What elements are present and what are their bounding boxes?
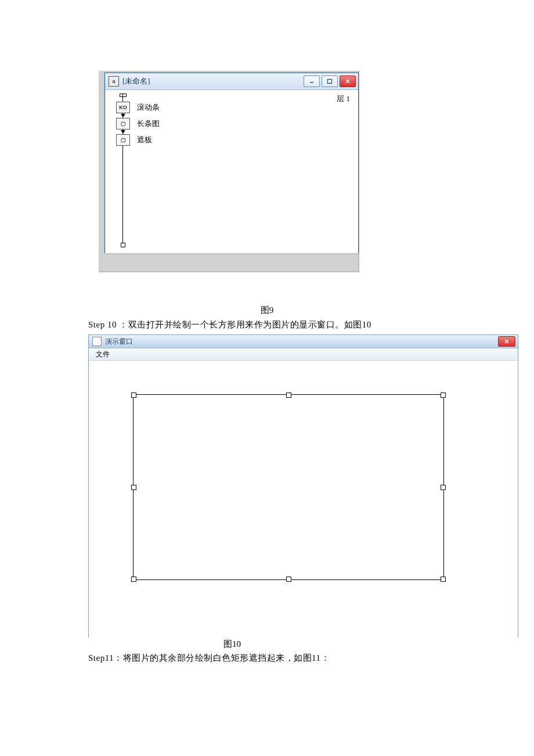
- menu-file[interactable]: 文件: [92, 348, 113, 361]
- menu-bar: 文件: [89, 348, 518, 361]
- selection-rectangle[interactable]: [133, 394, 444, 580]
- authorware-window: a [未命名] 层 1: [104, 73, 359, 253]
- resize-handle-mr[interactable]: [441, 485, 446, 490]
- flow-node-label: 长条图: [137, 118, 160, 129]
- flow-node-label: 遮板: [137, 135, 152, 145]
- layer-label: 层 1: [337, 93, 350, 104]
- flow-node-mask[interactable]: ▢ 遮板: [116, 134, 152, 146]
- display-icon: ▢: [116, 118, 130, 129]
- flow-node-scrollbar[interactable]: KO 滚动条: [116, 102, 160, 113]
- flowline: KO 滚动条 ▢ 长条图 ▢ 遮板: [122, 93, 215, 247]
- figure10-caption: 图10: [0, 639, 499, 650]
- resize-handle-ml[interactable]: [131, 485, 136, 490]
- close-button[interactable]: [340, 75, 356, 87]
- window-buttons: [498, 336, 515, 347]
- window-buttons: [304, 75, 356, 87]
- window-titlebar[interactable]: 演示窗口: [89, 335, 518, 348]
- close-icon: [345, 78, 351, 84]
- window-title: 演示窗口: [105, 337, 498, 347]
- arrow-down-icon: [121, 114, 125, 117]
- document-page: a [未命名] 层 1: [0, 0, 534, 756]
- maximize-icon: [327, 78, 333, 84]
- window-titlebar[interactable]: a [未命名]: [105, 73, 358, 90]
- resize-handle-br[interactable]: [441, 577, 446, 582]
- resize-handle-tm[interactable]: [286, 393, 291, 398]
- step10-text: Step 10 ：双击打开并绘制一个长方形用来作为图片的显示窗口。如图10: [88, 319, 371, 330]
- app-icon: [92, 337, 102, 346]
- maximize-button[interactable]: [322, 75, 338, 87]
- knowledge-object-icon: KO: [116, 102, 130, 113]
- minimize-button[interactable]: [304, 75, 320, 87]
- flow-node-label: 滚动条: [137, 102, 160, 113]
- display-icon: ▢: [116, 134, 130, 146]
- flowline-end: [121, 243, 125, 247]
- close-icon: [504, 339, 510, 344]
- presentation-window: 演示窗口 文件: [88, 334, 518, 638]
- app-icon: a: [109, 76, 119, 87]
- svg-rect-1: [328, 80, 332, 84]
- resize-handle-bl[interactable]: [131, 577, 136, 582]
- resize-handle-tr[interactable]: [441, 393, 446, 398]
- flowline-start: [120, 93, 127, 97]
- close-button[interactable]: [498, 336, 515, 347]
- minimize-icon: [309, 78, 315, 84]
- step11-text: Step11：将图片的其余部分绘制白色矩形遮挡起来，如图11：: [88, 653, 330, 664]
- arrow-down-icon: [121, 130, 125, 134]
- figure9-caption: 图9: [0, 305, 534, 316]
- canvas[interactable]: [89, 361, 518, 638]
- flow-node-stripimage[interactable]: ▢ 长条图: [116, 118, 160, 129]
- window-title: [未命名]: [122, 76, 304, 87]
- resize-handle-bm[interactable]: [286, 577, 291, 582]
- resize-handle-tl[interactable]: [131, 393, 136, 398]
- window-body: 层 1 KO 滚动条 ▢ 长条图 ▢: [105, 90, 358, 253]
- figure9-container: a [未命名] 层 1: [99, 71, 359, 272]
